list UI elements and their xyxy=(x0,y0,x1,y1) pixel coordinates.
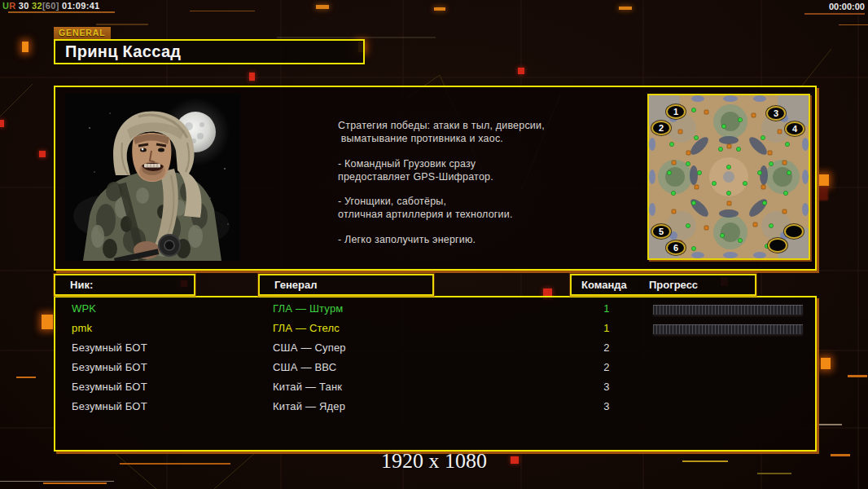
player-general: США — ВВС xyxy=(273,358,336,377)
portrait-art xyxy=(65,94,240,261)
header-general: Генерал xyxy=(258,274,434,296)
decor-bar xyxy=(434,7,445,11)
header-team-progress: Команда Прогресс xyxy=(570,274,756,296)
decor-square xyxy=(42,315,53,329)
decor-line xyxy=(8,11,115,13)
start-position-2: 2 xyxy=(651,121,671,135)
player-team: 2 xyxy=(598,358,616,377)
start-position-3: 3 xyxy=(766,106,786,121)
resolution-label: 1920 x 1080 xyxy=(0,449,868,474)
player-team: 3 xyxy=(598,397,616,416)
player-nick: WPK xyxy=(72,299,96,319)
decor-square xyxy=(0,120,4,127)
decor-square xyxy=(249,73,255,81)
start-position-5: 5 xyxy=(651,224,671,239)
player-general: Китай — Танк xyxy=(273,377,342,397)
players-rows: WPKГЛА — Штурм1pmkГЛА — Стелс1Безумный Б… xyxy=(55,299,815,416)
decor-square xyxy=(39,151,46,157)
player-row: pmkГЛА — Стелс1 xyxy=(55,319,815,338)
debug-segment: 30 xyxy=(16,1,33,11)
header-nick: Ник: xyxy=(54,274,195,296)
debug-segment: U xyxy=(2,1,9,11)
debug-segment: [60] xyxy=(42,1,62,11)
player-team: 1 xyxy=(598,319,616,338)
general-portrait xyxy=(65,94,240,261)
start-position-6: 6 xyxy=(666,240,686,255)
player-general: Китай — Ядер xyxy=(273,397,345,416)
decor-ember xyxy=(818,187,828,200)
player-general: ГЛА — Стелс xyxy=(273,319,340,338)
player-row: WPKГЛА — Штурм1 xyxy=(55,299,815,319)
decor-line xyxy=(43,482,107,484)
players-table: WPKГЛА — Штурм1pmkГЛА — Стелс1Безумный Б… xyxy=(54,296,817,452)
decor-line xyxy=(190,11,255,11)
decor-line xyxy=(0,481,114,482)
fps-debug-overlay: UR 30 32[60] 01:09:41 xyxy=(2,1,99,11)
decor-line xyxy=(16,377,36,378)
general-name-title: Принц Кассад xyxy=(54,39,365,64)
loading-progress-bar xyxy=(653,324,803,334)
loading-screen: { "hud": { "debug_segments": [ {"text": … xyxy=(0,0,868,489)
decor-bar xyxy=(316,5,329,9)
player-team: 1 xyxy=(598,299,616,319)
player-row: Безумный БОТСША — ВВС2 xyxy=(55,358,815,377)
match-timer: 00:00:00 xyxy=(829,2,865,11)
decor-square xyxy=(818,174,829,186)
debug-segment: R xyxy=(9,1,15,11)
strategy-paragraph: - Угонщики, саботёры, отличная артиллери… xyxy=(338,195,611,222)
empty-position-marker xyxy=(768,238,787,253)
decor-square xyxy=(22,42,28,52)
player-row: Безумный БОТСША — Супер2 xyxy=(55,338,815,358)
decor-square xyxy=(821,358,831,369)
player-nick: pmk xyxy=(72,319,92,338)
decor-line xyxy=(804,13,865,15)
strategy-description: Стратегия победы: атаки в тыл, диверсии,… xyxy=(338,119,611,258)
header-progress: Прогресс xyxy=(649,275,698,294)
strategy-paragraph: - Командный Грузовик сразу предоставляет… xyxy=(338,157,611,184)
player-row: Безумный БОТКитай — Ядер3 xyxy=(55,397,815,416)
decor-line xyxy=(839,24,868,25)
decor-line xyxy=(848,375,867,377)
player-general: ГЛА — Штурм xyxy=(273,299,343,319)
strategy-paragraph: Стратегия победы: атаки в тыл, диверсии,… xyxy=(338,119,611,146)
empty-position-marker xyxy=(784,224,804,239)
map-preview: 123456 xyxy=(647,94,810,260)
strategy-paragraph: - Легко заполучить энергию. xyxy=(338,233,611,246)
decor-line xyxy=(816,424,842,425)
player-team: 3 xyxy=(598,377,616,397)
debug-segment: 01:09:41 xyxy=(62,1,99,11)
loading-progress-bar xyxy=(653,305,803,315)
player-team: 2 xyxy=(598,338,616,358)
player-nick: Безумный БОТ xyxy=(72,338,147,358)
general-info-panel: Стратегия победы: атаки в тыл, диверсии,… xyxy=(54,86,817,271)
debug-segment: 32 xyxy=(32,1,42,11)
player-general: США — Супер xyxy=(273,338,346,358)
general-tab-label: GENERAL xyxy=(54,27,111,39)
player-nick: Безумный БОТ xyxy=(72,377,147,397)
player-nick: Безумный БОТ xyxy=(72,397,147,416)
decor-bar xyxy=(619,7,632,10)
player-nick: Безумный БОТ xyxy=(72,358,147,377)
decor-square xyxy=(518,68,524,74)
header-team: Команда xyxy=(581,275,627,294)
player-row: Безумный БОТКитай — Танк3 xyxy=(55,377,815,397)
start-position-4: 4 xyxy=(785,121,804,136)
start-position-1: 1 xyxy=(666,104,686,119)
